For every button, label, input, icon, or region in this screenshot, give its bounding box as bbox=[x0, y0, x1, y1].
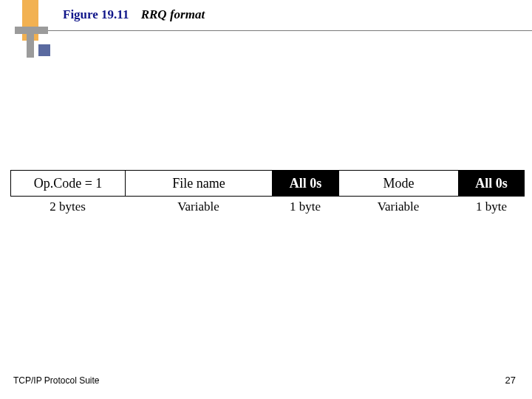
deco-blue-square bbox=[38, 44, 50, 56]
figure-title: Figure 19.11 RRQ format bbox=[63, 7, 205, 22]
figure-caption: RRQ format bbox=[141, 7, 205, 21]
field-zero-1: All 0s bbox=[272, 170, 338, 197]
packet-fields-row: Op.Code = 1 File name All 0s Mode All 0s bbox=[10, 170, 525, 197]
figure-number: Figure 19.11 bbox=[63, 7, 129, 21]
size-zero-2: 1 byte bbox=[458, 197, 525, 219]
deco-gray-vertical bbox=[27, 27, 34, 58]
size-zero-1: 1 byte bbox=[272, 197, 338, 219]
footer-page-number: 27 bbox=[505, 375, 516, 386]
field-zero-2: All 0s bbox=[458, 170, 525, 197]
slide-decoration bbox=[15, 0, 52, 59]
packet-sizes-row: 2 bytes Variable 1 byte Variable 1 byte bbox=[10, 197, 525, 219]
field-mode: Mode bbox=[338, 170, 458, 197]
field-filename: File name bbox=[125, 170, 272, 197]
deco-top-rule bbox=[48, 30, 532, 31]
size-opcode: 2 bytes bbox=[10, 197, 125, 219]
size-filename: Variable bbox=[125, 197, 272, 219]
field-opcode: Op.Code = 1 bbox=[10, 170, 125, 197]
size-mode: Variable bbox=[338, 197, 458, 219]
packet-format-diagram: Op.Code = 1 File name All 0s Mode All 0s… bbox=[10, 170, 525, 219]
footer-source: TCP/IP Protocol Suite bbox=[13, 375, 100, 386]
